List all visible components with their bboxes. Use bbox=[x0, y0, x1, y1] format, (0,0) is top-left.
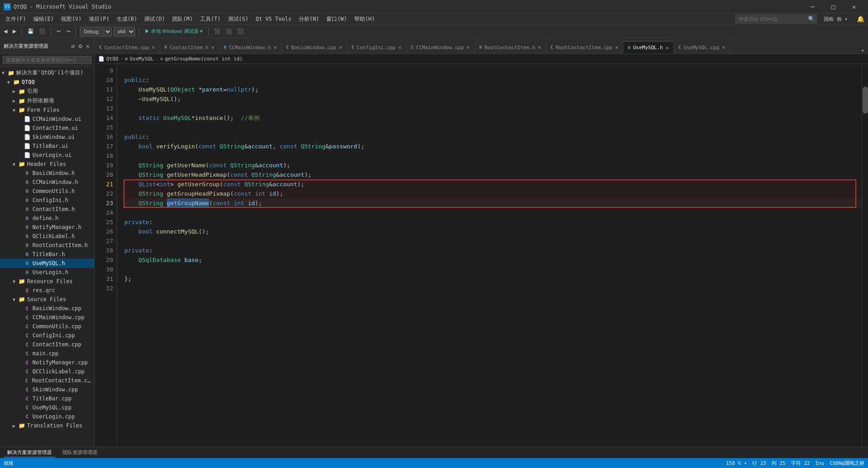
save-button[interactable]: 💾 bbox=[26, 28, 36, 35]
sidebar-item-ccmainwindow-cpp[interactable]: C CCMainWindow.cpp bbox=[0, 313, 94, 322]
tab-close-usemysql-h[interactable]: ✕ bbox=[666, 45, 669, 51]
tab-contactitem-cpp[interactable]: C ContactItem.cpp ✕ bbox=[95, 41, 160, 54]
tab-usemysql-cpp[interactable]: C UseMySQL.cpp ✕ bbox=[674, 41, 730, 54]
menu-build[interactable]: 生成(B) bbox=[113, 14, 141, 24]
tab-contactitem-h[interactable]: H ContactItem.h ✕ bbox=[160, 41, 219, 54]
bottom-tab-solution[interactable]: 解决方案资源管理器 bbox=[4, 448, 55, 458]
sidebar-search-input[interactable] bbox=[3, 56, 91, 64]
tab-close-rootcontactitem-cpp[interactable]: ✕ bbox=[615, 44, 618, 50]
sidebar-item-basicwindow-cpp[interactable]: C BasicWindow.cpp bbox=[0, 304, 94, 313]
menu-help[interactable]: 帮助(H) bbox=[351, 14, 379, 24]
tab-configini-cpp[interactable]: C ConfigIni.cpp ✕ bbox=[347, 41, 407, 54]
tab-close-basicwindow-cpp[interactable]: ✕ bbox=[339, 44, 342, 50]
code-editor[interactable]: 9 10 11 12 13 14 15 16 17 18 19 20 21 22… bbox=[95, 64, 868, 447]
sidebar-item-externaldeps[interactable]: ▶ 📁 外部依赖项 bbox=[0, 96, 94, 106]
sidebar-item-resourcefiles[interactable]: ▼ 📁 Resource Files bbox=[0, 277, 94, 286]
maximize-button[interactable]: □ bbox=[823, 0, 844, 14]
scrollbar-thumb[interactable] bbox=[863, 87, 868, 114]
tab-overflow-button[interactable]: ▾ bbox=[858, 47, 868, 54]
save-all-button[interactable]: ⬛ bbox=[37, 28, 47, 35]
tab-close-contactitem-cpp[interactable]: ✕ bbox=[152, 44, 155, 50]
code-content-area[interactable]: public: UseMySQL(QObject *parent=nullptr… bbox=[117, 64, 862, 447]
minimize-button[interactable]: ─ bbox=[802, 0, 823, 14]
toolbar-btn-c[interactable]: ⬛ bbox=[236, 28, 246, 35]
sidebar-item-configini-h[interactable]: H ConfigIni.h bbox=[0, 196, 94, 205]
sidebar-item-main-cpp[interactable]: C main.cpp bbox=[0, 349, 94, 358]
menu-team[interactable]: 团队(M) bbox=[169, 14, 196, 24]
breadcrumb-qtqq[interactable]: QtQQ bbox=[106, 56, 119, 62]
tab-ccmainwindow-cpp[interactable]: C CCMainWindow.cpp ✕ bbox=[407, 41, 475, 54]
redo-button[interactable]: ↪ bbox=[64, 28, 72, 35]
properties-button[interactable]: ⚙ bbox=[78, 42, 83, 50]
sidebar-item-usemysql-h[interactable]: H UseMySQL.h bbox=[0, 259, 94, 268]
sidebar-item-commonutils-cpp[interactable]: C CommonUtils.cpp bbox=[0, 322, 94, 331]
sidebar-item-usemysql-cpp[interactable]: C UseMySQL.cpp bbox=[0, 403, 94, 412]
sidebar-item-contactitem-cpp[interactable]: C ContactItem.cpp bbox=[0, 340, 94, 349]
sidebar-item-userlogin-h[interactable]: H UserLogin.h bbox=[0, 268, 94, 277]
sidebar-item-commonutils-h[interactable]: H CommonUtils.h bbox=[0, 187, 94, 196]
forward-button[interactable]: ▶ bbox=[11, 28, 18, 35]
sidebar-item-references[interactable]: ▶ 📁 引用 bbox=[0, 87, 94, 96]
tab-close-usemysql-cpp[interactable]: ✕ bbox=[722, 44, 725, 50]
close-button[interactable]: ✕ bbox=[844, 0, 864, 14]
sidebar-item-skinwindow-ui[interactable]: 📄 SkinWindow.ui bbox=[0, 133, 94, 142]
sidebar-item-rootcontactitem-cpp[interactable]: C RootContactItem.cpp bbox=[0, 376, 94, 385]
sidebar-item-skinwindow-cpp[interactable]: C SkinWindow.cpp bbox=[0, 385, 94, 394]
breadcrumb-usemysql[interactable]: UseMySQL bbox=[130, 56, 154, 62]
bottom-tab-team[interactable]: 团队资源管理器 bbox=[59, 448, 101, 458]
tab-ccmainwindow-h[interactable]: H CCMainWindow.h ✕ bbox=[219, 41, 282, 54]
menu-analyze[interactable]: 分析(N) bbox=[295, 14, 323, 24]
sidebar-item-res-qrc[interactable]: Q res.qrc bbox=[0, 286, 94, 295]
sidebar-item-basicwindow-h[interactable]: H BasicWindow.h bbox=[0, 169, 94, 178]
sidebar-item-notifymanager-cpp[interactable]: C NotifyManager.cpp bbox=[0, 358, 94, 367]
sidebar-item-qclicklabel-cpp[interactable]: C QCClickLabel.cpp bbox=[0, 367, 94, 376]
tab-close-configini-cpp[interactable]: ✕ bbox=[398, 44, 402, 50]
sidebar-item-userlogin-ui[interactable]: 📄 UserLogin.ui bbox=[0, 151, 94, 160]
tab-rootcontactitem-h[interactable]: H RootContactItem.h ✕ bbox=[475, 41, 546, 54]
tab-rootcontactitem-cpp[interactable]: C RootContactItem.cpp ✕ bbox=[546, 41, 624, 54]
sidebar-item-titlebar-ui[interactable]: 📄 TitleBar.ui bbox=[0, 142, 94, 151]
sidebar-item-ccmainwindow-ui[interactable]: 📄 CCMainWindow.ui bbox=[0, 115, 94, 124]
toolbar-btn-b[interactable]: ⬛ bbox=[224, 28, 234, 35]
run-button[interactable]: ▶ 本地 Windows 调试器 ▾ bbox=[143, 27, 205, 36]
sidebar-item-headerfiles[interactable]: ▼ 📁 Header Files bbox=[0, 160, 94, 169]
sidebar-item-solution[interactable]: ▼ 📁 解决方案'QtQQ'(1个项目) bbox=[0, 68, 94, 78]
menu-project[interactable]: 项目(P) bbox=[85, 14, 113, 24]
tab-close-rootcontactitem-h[interactable]: ✕ bbox=[538, 44, 541, 50]
sidebar-item-translationfiles[interactable]: ▶ 📁 Translation Files bbox=[0, 421, 94, 430]
toolbar-btn-a[interactable]: ⬛ bbox=[212, 28, 222, 35]
sync-button[interactable]: ⇄ bbox=[70, 42, 76, 50]
menu-tools[interactable]: 工具(T) bbox=[196, 14, 224, 24]
sidebar-item-titlebar-h[interactable]: H TitleBar.h bbox=[0, 250, 94, 259]
menu-debug[interactable]: 调试(D) bbox=[141, 14, 169, 24]
tab-close-contactitem-h[interactable]: ✕ bbox=[211, 44, 215, 50]
quick-launch-input[interactable] bbox=[736, 14, 817, 23]
notifications-icon[interactable]: 🔔 bbox=[855, 15, 866, 23]
menu-file[interactable]: 文件(F) bbox=[2, 14, 30, 24]
sidebar-item-titlebar-cpp[interactable]: C TitleBar.cpp bbox=[0, 394, 94, 403]
sidebar-item-project[interactable]: ▼ 📁 QTQQ bbox=[0, 78, 94, 87]
sidebar-item-qclicklabel-h[interactable]: H QClickLabel.h bbox=[0, 232, 94, 241]
sidebar-item-define-h[interactable]: H define.h bbox=[0, 214, 94, 223]
sidebar-item-userlogin-cpp[interactable]: C UserLogin.cpp bbox=[0, 412, 94, 421]
platform-select[interactable]: x64 x86 bbox=[114, 27, 135, 37]
sidebar-item-sourcefiles[interactable]: ▼ 📁 Source Files bbox=[0, 295, 94, 304]
breadcrumb-function[interactable]: getGroupName(const int id) bbox=[165, 56, 242, 62]
tab-basicwindow-cpp[interactable]: C BasicWindow.cpp ✕ bbox=[282, 41, 347, 54]
sidebar-item-notifymanager-h[interactable]: H NotifyManager.h bbox=[0, 223, 94, 232]
sidebar-close-button[interactable]: ✕ bbox=[85, 42, 91, 50]
sidebar-item-ccmainwindow-h[interactable]: H CCMainWindow.h bbox=[0, 178, 94, 187]
back-button[interactable]: ◀ bbox=[2, 28, 9, 35]
tab-close-ccmainwindow-h[interactable]: ✕ bbox=[274, 44, 277, 50]
menu-qtvs[interactable]: Qt VS Tools bbox=[252, 14, 295, 24]
tab-close-ccmainwindow-cpp[interactable]: ✕ bbox=[466, 44, 470, 50]
sidebar-item-formfiles[interactable]: ▼ 📁 Form Files bbox=[0, 106, 94, 115]
sidebar-item-contactitem-h[interactable]: H ContactItem.h bbox=[0, 205, 94, 214]
menu-view[interactable]: 视图(V) bbox=[57, 14, 85, 24]
sidebar-item-contactitem-ui[interactable]: 📄 ContactItem.ui bbox=[0, 124, 94, 133]
tab-usemysql-h[interactable]: H UseMySQL.h ✕ bbox=[623, 41, 674, 54]
menu-test[interactable]: 测试(S) bbox=[224, 14, 252, 24]
debug-config-select[interactable]: Debug Release bbox=[80, 27, 112, 37]
undo-button[interactable]: ↩ bbox=[55, 28, 63, 35]
sidebar-item-configini-cpp[interactable]: C ConfigIni.cpp bbox=[0, 331, 94, 340]
